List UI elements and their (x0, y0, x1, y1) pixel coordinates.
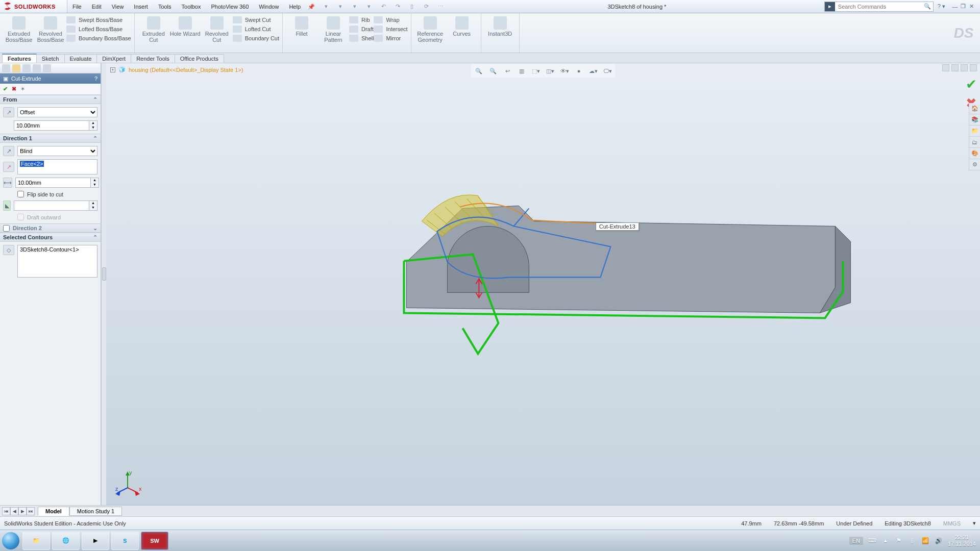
selected-contours-list[interactable]: 3DSketch8-Contour<1> (17, 245, 97, 278)
view-orientation-icon[interactable]: ⬚▾ (530, 65, 542, 77)
mirror-button[interactable]: Mirror (374, 35, 407, 42)
qat-options-icon[interactable]: ⋯ (436, 3, 445, 11)
menu-insert[interactable]: Insert (129, 0, 153, 13)
taskpane-custom-icon[interactable]: ⚙ (969, 159, 980, 170)
pm-section-direction2[interactable]: Direction 2⌄ (0, 223, 101, 233)
rib-button[interactable]: Rib (349, 16, 374, 23)
doc-max-icon[interactable] (951, 64, 959, 71)
tray-device-icon[interactable]: ▯ (908, 537, 916, 545)
doc-min-icon[interactable] (942, 64, 949, 71)
taskpane-explorer-icon[interactable]: 📁 (969, 126, 980, 137)
revolved-cut-button[interactable]: Revolved Cut (201, 14, 233, 43)
task-media[interactable]: ▶ (82, 532, 109, 550)
boundary-boss-button[interactable]: Boundary Boss/Base (66, 35, 131, 42)
doc-restore-icon[interactable] (961, 64, 968, 71)
menu-window[interactable]: Window (254, 0, 284, 13)
linear-pattern-button[interactable]: Linear Pattern (317, 14, 349, 43)
tray-up-icon[interactable]: ▴ (881, 537, 890, 545)
task-explorer[interactable]: 📁 (22, 532, 50, 550)
instant3d-button[interactable]: Instant3D (484, 14, 516, 37)
tree-tab-display-icon[interactable] (43, 64, 51, 72)
taskpane-library-icon[interactable]: 📚 (969, 114, 980, 126)
swept-cut-button[interactable]: Swept Cut (233, 16, 279, 23)
tab-nav-first-icon[interactable]: ⏮ (2, 507, 10, 515)
dir2-enable-checkbox[interactable] (3, 225, 10, 232)
hide-show-icon[interactable]: 👁▾ (559, 65, 570, 77)
search-commands[interactable]: ▸ 🔍 (824, 2, 934, 12)
feature-breadcrumb[interactable]: + 🧊 housing (Default<<Default>_Display S… (110, 66, 243, 73)
edit-appearance-icon[interactable]: ● (573, 65, 584, 77)
tab-nav-prev-icon[interactable]: ◀ (10, 507, 18, 515)
tab-evaluate[interactable]: Evaluate (64, 54, 97, 63)
spinner-down-icon[interactable]: ▼ (91, 183, 99, 187)
qat-rebuild-icon[interactable]: ⟳ (422, 3, 430, 11)
lofted-boss-button[interactable]: Lofted Boss/Base (66, 26, 131, 33)
apply-scene-icon[interactable]: ☁▾ (587, 65, 599, 77)
menu-tools[interactable]: Tools (153, 0, 177, 13)
feature-callout[interactable]: Cut-Extrude13 (596, 222, 639, 231)
tab-sketch[interactable]: Sketch (36, 54, 65, 63)
qat-undo-icon[interactable]: ↶ (379, 3, 387, 11)
pm-section-contours[interactable]: Selected Contours⌃ (0, 233, 101, 242)
pm-section-from[interactable]: From⌃ (0, 95, 101, 104)
menu-file[interactable]: File (67, 0, 87, 13)
confirm-ok-icon[interactable]: ✔ (966, 77, 977, 92)
search-icon[interactable]: 🔍 (922, 3, 933, 10)
tab-nav-next-icon[interactable]: ▶ (18, 507, 27, 515)
panel-flyout-handle[interactable] (101, 63, 106, 505)
fillet-button[interactable]: Fillet (286, 14, 317, 37)
tray-flag-icon[interactable]: ⚑ (895, 537, 903, 545)
tab-render-tools[interactable]: Render Tools (131, 54, 175, 63)
pm-detail-button[interactable]: ✶ (20, 86, 25, 92)
from-direction-icon[interactable]: ↗ (3, 107, 14, 117)
graphics-area[interactable]: + 🧊 housing (Default<<Default>_Display S… (106, 63, 980, 505)
dir1-type-select[interactable]: Blind (17, 146, 97, 156)
revolved-boss-button[interactable]: Revolved Boss/Base (35, 14, 66, 43)
previous-view-icon[interactable]: ↩ (502, 65, 513, 77)
start-button[interactable] (0, 530, 21, 552)
status-units[interactable]: MMGS (943, 520, 961, 527)
window-close-icon[interactable]: ✕ (968, 3, 975, 10)
from-offset-input[interactable] (14, 120, 89, 131)
pm-section-direction1[interactable]: Direction 1⌃ (0, 134, 101, 143)
qat-save-icon[interactable]: ▾ (351, 3, 359, 11)
tray-language[interactable]: EN (849, 537, 863, 545)
qat-new-icon[interactable]: ▾ (322, 3, 330, 11)
pm-ok-button[interactable]: ✔ (3, 86, 8, 92)
draft-angle-input[interactable] (14, 201, 89, 211)
boundary-cut-button[interactable]: Boundary Cut (233, 35, 279, 42)
orientation-triad[interactable]: y z x (115, 470, 146, 496)
qat-print-icon[interactable]: ▾ (365, 3, 373, 11)
spinner-up-icon[interactable]: ▲ (89, 121, 97, 126)
doc-close-icon[interactable] (970, 64, 977, 71)
swept-boss-button[interactable]: Swept Boss/Base (66, 16, 131, 23)
tab-dimxpert[interactable]: DimXpert (96, 54, 131, 63)
extruded-cut-button[interactable]: Extruded Cut (138, 14, 169, 43)
dir1-reference-list[interactable]: Face<2> (17, 159, 97, 174)
tree-tab-property-icon[interactable] (12, 64, 20, 72)
spinner-down-icon[interactable]: ▼ (89, 126, 97, 130)
status-extra-icon[interactable]: ▾ (973, 520, 976, 527)
shell-button[interactable]: Shell (349, 35, 374, 42)
section-view-icon[interactable]: ▥ (516, 65, 527, 77)
from-type-select[interactable]: Offset (17, 107, 97, 117)
reference-geometry-button[interactable]: Reference Geometry (414, 14, 446, 43)
menu-edit[interactable]: Edit (87, 0, 107, 13)
menu-toolbox[interactable]: Toolbox (177, 0, 206, 13)
spinner-up-icon[interactable]: ▲ (91, 178, 99, 183)
dir1-face-item[interactable]: Face<2> (20, 161, 44, 167)
tab-features[interactable]: Features (2, 54, 37, 63)
tray-volume-icon[interactable]: 🔊 (935, 537, 943, 545)
zoom-fit-icon[interactable]: 🔍 (473, 65, 484, 77)
breadcrumb-text[interactable]: housing (Default<<Default>_Display State… (129, 67, 243, 73)
view-settings-icon[interactable]: 🖵▾ (602, 65, 613, 77)
wrap-button[interactable]: Wrap (374, 16, 407, 23)
tree-tab-config-icon[interactable] (22, 64, 31, 72)
tree-expand-icon[interactable]: + (110, 67, 115, 72)
tray-clock[interactable]: 22:21 17.11.2014 (948, 534, 976, 547)
pm-cancel-button[interactable]: ✖ (12, 86, 16, 92)
menu-help[interactable]: Help (284, 0, 306, 13)
taskpane-resources-icon[interactable]: 🏠 (969, 103, 980, 114)
display-style-icon[interactable]: ◫▾ (545, 65, 556, 77)
qat-redo-icon[interactable]: ↷ (394, 3, 402, 11)
